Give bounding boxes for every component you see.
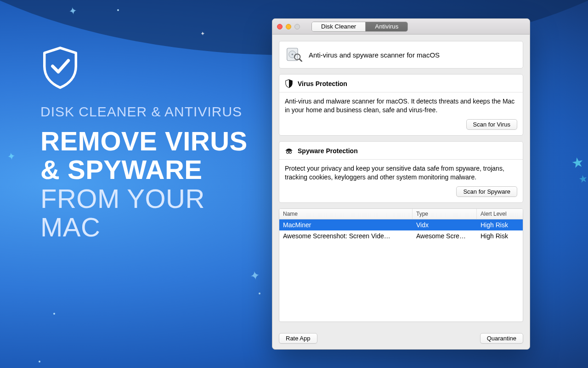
table-header: Name Type Alert Level (279, 209, 523, 219)
cell-type: Awesome Scre… (413, 230, 477, 242)
intro-card: Anti-virus and spyware scanner for macOS (279, 41, 523, 69)
close-icon[interactable] (277, 24, 283, 29)
col-alert[interactable]: Alert Level (477, 209, 523, 219)
virus-panel: Virus Protection Anti-virus and malware … (279, 74, 523, 136)
svg-point-6 (287, 151, 289, 153)
col-name[interactable]: Name (279, 209, 413, 219)
star-icon: ★ (578, 172, 588, 185)
table-body: MacMiner Vidx High Risk Awesome Screensh… (279, 219, 523, 322)
quarantine-button[interactable]: Quarantine (480, 333, 523, 344)
tab-disk-cleaner[interactable]: Disk Cleaner (312, 22, 365, 31)
virus-desc: Anti-virus and malware scanner for macOS… (285, 97, 517, 115)
minimize-icon[interactable] (286, 24, 291, 29)
spyware-panel: Spyware Protection Protect your privacy … (279, 141, 523, 203)
cell-alert: High Risk (477, 219, 523, 230)
star-icon: ✦ (249, 268, 261, 283)
disk-scan-icon (286, 47, 302, 63)
cell-type: Vidx (413, 219, 477, 230)
promo-subtitle: DISK CLEANER & ANTIVIRUS (40, 103, 256, 121)
promo-headline-bold: REMOVE VIRUS & SPYWARE (40, 126, 248, 185)
svg-line-4 (300, 59, 302, 61)
tab-antivirus[interactable]: Antivirus (365, 22, 407, 31)
window-titlebar[interactable]: Disk Cleaner Antivirus (272, 19, 530, 34)
svg-point-2 (292, 53, 294, 55)
zoom-icon (294, 24, 300, 29)
spy-icon (285, 146, 293, 155)
table-row[interactable]: Awesome Screenshot: Screen Vide… Awesome… (279, 230, 523, 242)
spyware-title: Spyware Protection (298, 147, 358, 155)
star-icon: ✦ (6, 150, 17, 164)
shield-icon (285, 79, 293, 88)
scan-spyware-button[interactable]: Scan for Spyware (456, 186, 517, 197)
svg-rect-5 (286, 150, 293, 151)
cell-name: Awesome Screenshot: Screen Vide… (279, 230, 413, 242)
star-icon: ★ (570, 154, 585, 172)
col-type[interactable]: Type (413, 209, 477, 219)
scan-virus-button[interactable]: Scan for Virus (466, 119, 517, 130)
dot-icon (259, 293, 260, 294)
dot-icon (53, 313, 55, 315)
promo-headline: REMOVE VIRUS & SPYWARE FROM YOUR MAC (40, 127, 256, 242)
results-table: Name Type Alert Level MacMiner Vidx High… (279, 208, 523, 322)
window-content: Anti-virus and spyware scanner for macOS… (272, 34, 530, 328)
rate-app-button[interactable]: Rate App (279, 333, 317, 344)
table-row[interactable]: MacMiner Vidx High Risk (279, 219, 523, 230)
window-footer: Rate App Quarantine (272, 328, 530, 349)
cell-alert: High Risk (477, 230, 523, 242)
virus-title: Virus Protection (298, 80, 347, 87)
promo-headline-light: FROM YOUR MAC (40, 184, 205, 242)
intro-text: Anti-virus and spyware scanner for macOS (309, 51, 440, 59)
spyware-desc: Protect your privacy and keep your sensi… (285, 164, 517, 182)
dot-icon (39, 361, 40, 362)
dot-icon (117, 9, 119, 11)
shield-check-icon (40, 46, 80, 90)
app-window: Disk Cleaner Antivirus Anti-virus and sp… (272, 18, 530, 350)
cell-name: MacMiner (279, 219, 413, 230)
tab-segmented-control: Disk Cleaner Antivirus (311, 22, 408, 32)
promo-block: DISK CLEANER & ANTIVIRUS REMOVE VIRUS & … (40, 46, 256, 242)
svg-point-7 (289, 151, 291, 153)
